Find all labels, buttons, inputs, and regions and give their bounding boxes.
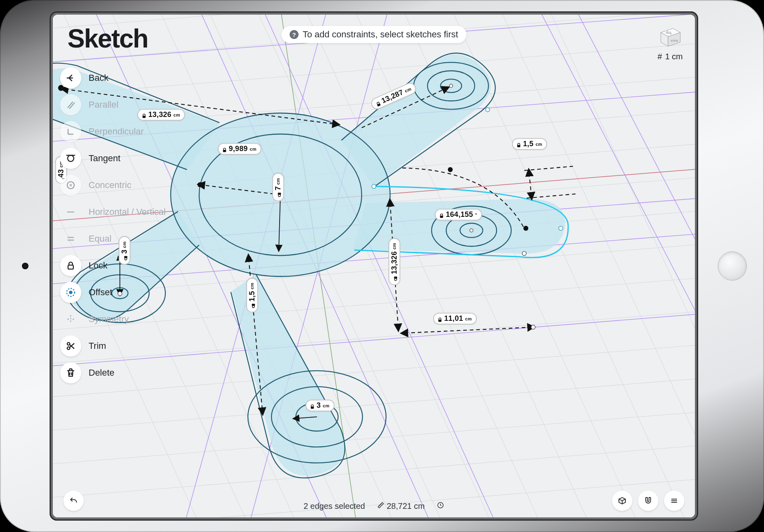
undo-icon xyxy=(69,496,78,505)
hv-label: Horizontal / Vertical xyxy=(89,207,166,217)
offset-button[interactable]: Offset xyxy=(60,282,166,303)
svg-point-102 xyxy=(69,184,72,187)
screen-bezel: 13,326cm 13,287cm 9,989cm 7cm xyxy=(50,11,698,521)
magnet-icon xyxy=(643,496,653,506)
svg-point-55 xyxy=(470,229,473,232)
svg-point-100 xyxy=(67,155,74,161)
parallel-button[interactable]: Parallel xyxy=(60,94,166,115)
svg-rect-86 xyxy=(223,150,226,152)
ruler-icon xyxy=(377,502,384,509)
offset-icon xyxy=(65,287,76,298)
menu-icon xyxy=(669,496,679,506)
dim-1-5-left[interactable]: 1,5cm xyxy=(246,278,258,312)
dim-13-326-mid[interactable]: 13,326cm xyxy=(389,238,400,285)
svg-point-80 xyxy=(522,251,526,255)
box-tool-button[interactable] xyxy=(612,491,632,511)
svg-text:Back: Back xyxy=(670,39,678,43)
parallel-label: Parallel xyxy=(89,99,118,110)
lock-icon xyxy=(439,212,444,217)
svg-point-107 xyxy=(73,318,74,320)
svg-point-104 xyxy=(69,291,73,294)
concentric-icon xyxy=(65,180,76,190)
lock-icon xyxy=(375,99,382,106)
ipad-frame: 13,326cm 13,287cm 9,989cm 7cm xyxy=(0,0,764,532)
dim-11-01[interactable]: 11,01cm xyxy=(433,313,477,324)
selection-status: 2 edges selected xyxy=(304,502,365,511)
lock-icon xyxy=(65,260,76,271)
menu-button[interactable] xyxy=(664,491,684,511)
arrow-left-icon xyxy=(65,73,76,83)
lock-icon xyxy=(310,403,315,408)
snap-button[interactable] xyxy=(638,491,658,511)
delete-label: Delete xyxy=(89,368,115,378)
dim-7[interactable]: 7cm xyxy=(272,173,284,201)
svg-rect-93 xyxy=(438,320,442,322)
svg-point-106 xyxy=(67,318,69,320)
svg-point-83 xyxy=(523,226,528,231)
dim-9-989[interactable]: 9,989cm xyxy=(218,143,261,155)
svg-point-79 xyxy=(486,108,490,112)
svg-rect-85 xyxy=(377,103,381,106)
dim-164-155[interactable]: 164,155° xyxy=(435,209,482,221)
lock-icon xyxy=(276,192,281,197)
grid-unit-label: # 1 cm xyxy=(658,52,683,61)
trim-button[interactable]: Trim xyxy=(60,335,166,357)
svg-point-81 xyxy=(531,325,535,329)
back-label: Back xyxy=(89,73,109,83)
lock-icon xyxy=(516,141,521,147)
perpendicular-button[interactable]: Perpendicular xyxy=(60,121,166,142)
canvas-tools xyxy=(612,491,684,511)
perpendicular-icon xyxy=(65,126,76,137)
svg-rect-94 xyxy=(440,216,443,218)
lock-icon xyxy=(437,316,443,321)
tangent-icon xyxy=(65,153,76,164)
trim-label: Trim xyxy=(89,341,106,351)
side-toolbar: Back Parallel Perpendicular Tangent xyxy=(60,67,166,383)
undo-button[interactable] xyxy=(63,491,84,511)
lock-icon xyxy=(250,303,255,308)
svg-point-73 xyxy=(198,182,202,187)
svg-point-50 xyxy=(449,84,453,87)
dim-3-bottom[interactable]: 3cm xyxy=(306,400,334,411)
scissors-icon xyxy=(65,341,76,351)
trash-icon xyxy=(65,368,76,378)
box-icon xyxy=(617,496,627,506)
lock-icon xyxy=(392,276,397,281)
back-button[interactable]: Back xyxy=(60,67,166,89)
clock-icon xyxy=(437,502,444,509)
concentric-button[interactable]: Concentric xyxy=(60,175,166,196)
svg-rect-92 xyxy=(394,277,397,279)
symmetry-icon xyxy=(65,314,76,324)
delete-button[interactable]: Delete xyxy=(60,362,166,383)
ipad-home-button[interactable] xyxy=(718,251,747,281)
equal-button: Equal xyxy=(60,228,166,249)
ipad-camera xyxy=(22,263,28,269)
help-icon: ? xyxy=(290,30,299,39)
parallel-icon xyxy=(65,99,76,110)
lock-button[interactable]: Lock xyxy=(60,255,166,276)
tangent-label: Tangent xyxy=(89,153,120,164)
equal-label: Equal xyxy=(89,234,111,244)
equal-icon xyxy=(65,234,76,244)
lock-label: Lock xyxy=(89,260,107,271)
symmetry-button: Symmetry xyxy=(60,309,166,330)
view-cube[interactable]: Top Back xyxy=(657,24,683,49)
dim-1-5-right[interactable]: 1,5cm xyxy=(512,138,547,150)
svg-rect-87 xyxy=(278,192,281,195)
tangent-button[interactable]: Tangent xyxy=(60,148,166,169)
clock-indicator xyxy=(437,502,444,511)
svg-rect-91 xyxy=(311,407,314,409)
perpendicular-label: Perpendicular xyxy=(89,126,144,137)
lock-icon xyxy=(222,146,227,151)
length-status: 28,721 cm xyxy=(377,502,425,511)
app-screen[interactable]: 13,326cm 13,287cm 9,989cm 7cm xyxy=(53,15,695,517)
mode-title: Sketch xyxy=(67,24,148,54)
svg-rect-103 xyxy=(68,265,74,269)
svg-point-74 xyxy=(246,256,251,261)
hint-pill: ? To add constraints, select sketches fi… xyxy=(282,26,467,43)
symmetry-label: Symmetry xyxy=(89,314,129,324)
hint-text: To add constraints, select sketches firs… xyxy=(303,29,458,40)
status-bar: 2 edges selected 28,721 cm xyxy=(304,502,444,511)
offset-label: Offset xyxy=(89,287,112,298)
svg-point-82 xyxy=(448,167,453,172)
